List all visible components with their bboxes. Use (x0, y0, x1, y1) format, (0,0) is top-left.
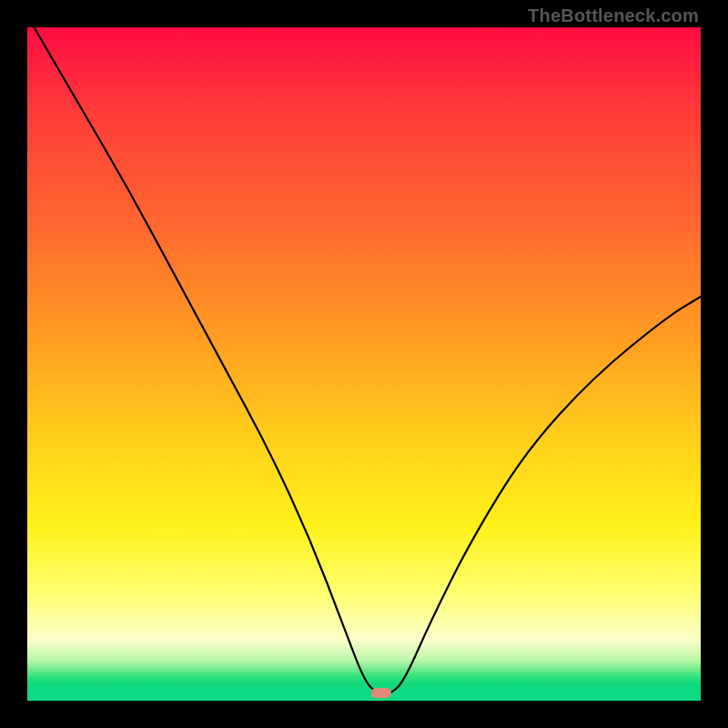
plot-area (27, 27, 701, 701)
chart-frame: TheBottleneck.com (0, 0, 728, 728)
bottleneck-curve (27, 27, 701, 701)
watermark-text: TheBottleneck.com (528, 5, 699, 26)
optimal-marker (371, 688, 391, 698)
curve-path (34, 27, 701, 694)
